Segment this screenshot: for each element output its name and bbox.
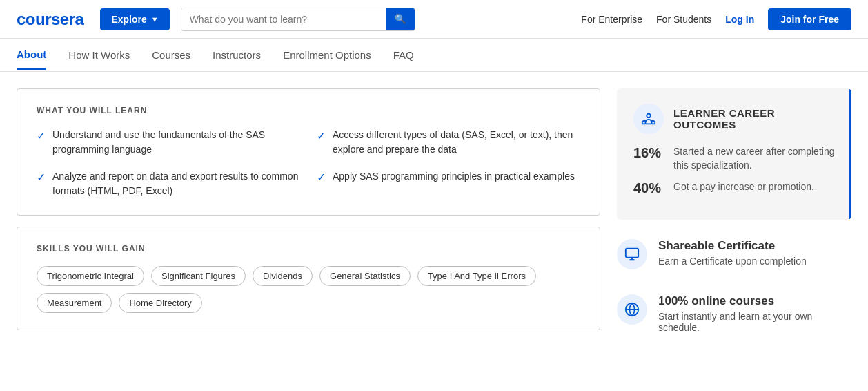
chevron-down-icon: ▼ (151, 15, 159, 23)
search-container: 🔍 (181, 8, 415, 31)
explore-label: Explore (111, 14, 146, 25)
search-input[interactable] (181, 8, 386, 30)
learn-item-text: Understand and use the fundamentals of t… (52, 128, 300, 157)
stat-description: Got a pay increase or promotion. (673, 180, 814, 194)
career-outcomes-box: LEARNER CAREER OUTCOMES 16% Started a ne… (617, 88, 851, 220)
search-icon: 🔍 (395, 14, 406, 24)
learn-item-text: Analyze and report on data and export re… (52, 169, 300, 198)
header-nav: For Enterprise For Students Log In Join … (581, 8, 851, 30)
learn-title: WHAT YOU WILL LEARN (37, 106, 580, 115)
right-panel: LEARNER CAREER OUTCOMES 16% Started a ne… (617, 88, 851, 338)
skills-tags: Trigonometric Integral Significant Figur… (37, 266, 580, 313)
skill-tag[interactable]: Dividends (253, 266, 313, 286)
online-courses-box: 100% online courses Start instantly and … (617, 289, 851, 338)
online-desc: Start instantly and learn at your own sc… (658, 311, 851, 333)
stat-percent: 16% (633, 145, 664, 161)
checkmark-icon: ✓ (37, 129, 46, 142)
for-students-link[interactable]: For Students (656, 14, 711, 25)
learn-item: ✓ Apply SAS programming principles in pr… (317, 169, 580, 198)
learn-item-text: Access different types of data (SAS, Exc… (333, 128, 580, 157)
career-icon (633, 104, 664, 134)
stat-percent: 40% (633, 180, 664, 196)
search-button[interactable]: 🔍 (386, 8, 415, 30)
shareable-certificate-box: Shareable Certificate Earn a Certificate… (617, 233, 851, 275)
skill-tag[interactable]: Type I And Type Ii Errors (417, 266, 536, 286)
learn-items: ✓ Understand and use the fundamentals of… (37, 128, 580, 198)
login-link[interactable]: Log In (725, 14, 754, 25)
skills-title: SKILLS YOU WILL GAIN (37, 244, 580, 254)
main-content: WHAT YOU WILL LEARN ✓ Understand and use… (0, 72, 868, 355)
checkmark-icon: ✓ (317, 129, 326, 142)
globe-icon (617, 294, 647, 325)
tab-how-it-works[interactable]: How It Works (68, 41, 130, 69)
online-title: 100% online courses (658, 294, 851, 308)
svg-rect-0 (626, 249, 638, 258)
learn-item-text: Apply SAS programming principles in prac… (333, 169, 575, 184)
cert-title: Shareable Certificate (658, 239, 807, 253)
tab-faq[interactable]: FAQ (393, 41, 414, 69)
logo-text: coursera (17, 10, 83, 29)
skill-tag[interactable]: Home Directory (119, 293, 201, 313)
tab-about[interactable]: About (17, 40, 46, 70)
career-stat: 40% Got a pay increase or promotion. (633, 180, 835, 196)
learn-item: ✓ Access different types of data (SAS, E… (317, 128, 580, 157)
career-header: LEARNER CAREER OUTCOMES (633, 104, 835, 134)
checkmark-icon: ✓ (317, 171, 326, 184)
online-text: 100% online courses Start instantly and … (658, 294, 851, 333)
certificate-icon (617, 239, 647, 269)
skill-tag[interactable]: Trigonometric Integral (37, 266, 144, 286)
explore-button[interactable]: Explore ▼ (100, 8, 169, 30)
career-title: LEARNER CAREER OUTCOMES (673, 107, 835, 131)
join-button[interactable]: Join for Free (768, 8, 851, 30)
skills-section: SKILLS YOU WILL GAIN Trigonometric Integ… (17, 227, 600, 330)
skill-tag[interactable]: Significant Figures (151, 266, 246, 286)
subnav: About How It Works Courses Instructors E… (0, 39, 868, 72)
tab-enrollment-options[interactable]: Enrollment Options (283, 41, 371, 69)
logo[interactable]: coursera (17, 10, 83, 29)
left-panel: WHAT YOU WILL LEARN ✓ Understand and use… (17, 88, 600, 338)
accent-border (849, 88, 851, 220)
skill-tag[interactable]: Measurement (37, 293, 112, 313)
checkmark-icon: ✓ (37, 171, 46, 184)
cert-text: Shareable Certificate Earn a Certificate… (658, 239, 807, 267)
tab-courses[interactable]: Courses (152, 41, 190, 69)
tab-instructors[interactable]: Instructors (213, 41, 261, 69)
career-stat: 16% Started a new career after completin… (633, 145, 835, 172)
stat-description: Started a new career after completing th… (673, 145, 835, 172)
for-enterprise-link[interactable]: For Enterprise (581, 14, 642, 25)
cert-desc: Earn a Certificate upon completion (658, 256, 807, 267)
learn-item: ✓ Understand and use the fundamentals of… (37, 128, 300, 157)
skill-tag[interactable]: General Statistics (319, 266, 411, 286)
learn-item: ✓ Analyze and report on data and export … (37, 169, 300, 198)
learn-section: WHAT YOU WILL LEARN ✓ Understand and use… (17, 88, 600, 216)
header: coursera Explore ▼ 🔍 For Enterprise For … (0, 0, 868, 39)
